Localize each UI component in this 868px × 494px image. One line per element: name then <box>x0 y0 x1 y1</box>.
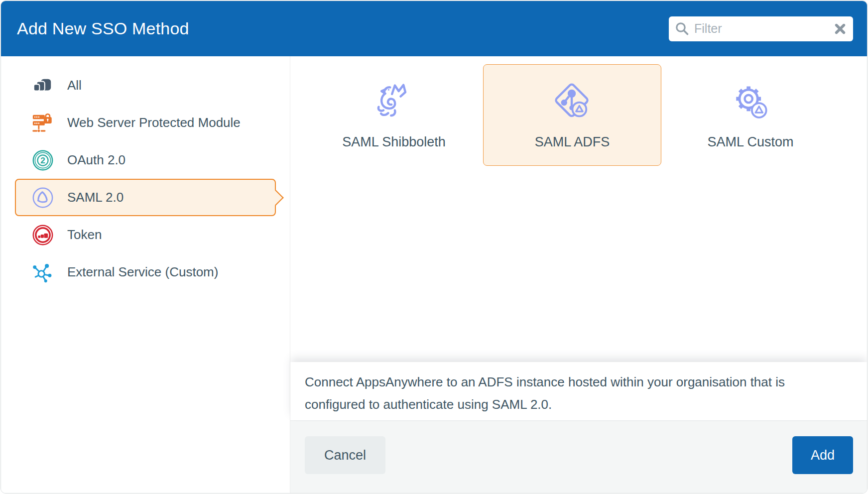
add-sso-modal: Add New SSO Method All <box>0 0 868 494</box>
modal-header: Add New SSO Method <box>1 1 867 56</box>
search-icon <box>675 21 690 36</box>
sidebar-item-label: SAML 2.0 <box>67 190 124 205</box>
filter-box <box>669 16 853 41</box>
sidebar-item-oauth-2-0[interactable]: 2OAuth 2.0 <box>15 141 276 179</box>
token-icon <box>31 224 54 247</box>
clear-filter-icon[interactable] <box>834 23 846 35</box>
method-card-label: SAML Custom <box>707 134 793 150</box>
sidebar-item-external-service-custom[interactable]: External Service (Custom) <box>15 253 276 291</box>
sidebar-item-web-server-protected-module[interactable]: Web Server Protected Module <box>15 104 276 141</box>
sso-method-grid: SAML Shibboleth SAML ADFS SAML Custom <box>305 64 867 166</box>
method-description-panel: Connect AppsAnywhere to an ADFS instance… <box>290 362 867 420</box>
method-card-saml-shibboleth[interactable]: SAML Shibboleth <box>305 64 483 166</box>
sso-category-sidebar: All Web Server Protected Module 2OAuth 2… <box>1 56 290 493</box>
sidebar-item-token[interactable]: Token <box>15 216 276 253</box>
sidebar-item-label: All <box>67 78 82 93</box>
modal-title: Add New SSO Method <box>17 19 189 38</box>
sidebar-item-saml-2-0[interactable]: SAML 2.0 <box>15 179 276 216</box>
method-card-saml-adfs[interactable]: SAML ADFS <box>483 64 661 166</box>
sidebar-item-label: Web Server Protected Module <box>67 115 241 130</box>
screen: Add New SSO Method All <box>0 0 868 494</box>
svg-text:2: 2 <box>40 155 45 165</box>
saml-custom-gear-icon <box>728 81 773 126</box>
modal-body: All Web Server Protected Module 2OAuth 2… <box>1 56 867 493</box>
adfs-icon <box>549 81 595 126</box>
method-card-label: SAML Shibboleth <box>342 134 446 150</box>
method-card-label: SAML ADFS <box>535 134 610 150</box>
cancel-button[interactable]: Cancel <box>305 436 385 474</box>
oauth2-icon: 2 <box>31 149 54 172</box>
sidebar-item-label: OAuth 2.0 <box>67 152 125 168</box>
sidebar-item-label: External Service (Custom) <box>67 264 218 280</box>
add-button[interactable]: Add <box>792 436 853 474</box>
method-description: Connect AppsAnywhere to an ADFS instance… <box>305 371 808 416</box>
saml2-icon <box>31 186 54 209</box>
all-methods-icon <box>31 74 54 97</box>
external-service-icon <box>31 261 54 284</box>
filter-input[interactable] <box>694 21 830 36</box>
content-spacer <box>290 166 867 362</box>
sidebar-item-all[interactable]: All <box>15 67 276 104</box>
sidebar-item-label: Token <box>67 227 102 243</box>
web-server-lock-icon <box>31 112 54 134</box>
shibboleth-griffin-icon <box>371 81 417 126</box>
method-card-saml-custom[interactable]: SAML Custom <box>661 64 840 166</box>
modal-footer: Cancel Add <box>290 420 867 493</box>
content-area: SAML Shibboleth SAML ADFS SAML Custom Co… <box>290 56 867 493</box>
